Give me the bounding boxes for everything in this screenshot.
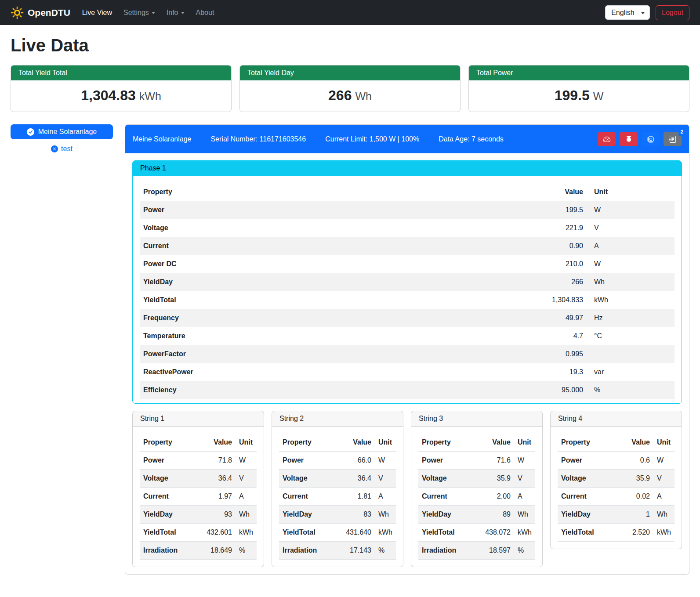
inverter-limit: Current Limit: 1,500 W | 100%: [325, 135, 419, 143]
value-cell: 36.4: [200, 470, 236, 488]
string-card: String 1 Property Value Unit Power71.8WV…: [132, 411, 264, 567]
events-button[interactable]: 2: [664, 132, 682, 146]
limit-settings-button[interactable]: [598, 132, 616, 146]
string-table-body: Power66.0WVoltage36.4VCurrent1.81AYieldD…: [279, 452, 396, 560]
table-row: Current1.97A: [140, 488, 257, 506]
column-header-value: Value: [200, 434, 236, 452]
page-container: Live Data Total Yield Total 1,304.83kWh …: [0, 25, 700, 588]
navbar: OpenDTU Live View Settings Info About En…: [0, 0, 700, 25]
inverter-data-age: Data Age: 7 seconds: [439, 135, 504, 143]
column-header-unit: Unit: [653, 434, 675, 452]
table-row: Power DC210.0W: [140, 255, 675, 273]
column-header-property: Property: [140, 183, 534, 201]
navbar-right: English Logout: [605, 5, 689, 20]
property-cell: Power: [279, 452, 340, 470]
table-row: Irradiation18.597%: [418, 542, 535, 560]
value-cell: 0.6: [618, 452, 653, 470]
power-button[interactable]: [620, 132, 638, 146]
value-cell: 2.00: [479, 488, 514, 506]
unit-cell: %: [587, 381, 675, 399]
unit-cell: W: [236, 452, 257, 470]
unit-cell: W: [375, 452, 396, 470]
inverter-header-buttons: 2: [598, 132, 682, 146]
logout-button[interactable]: Logout: [656, 5, 689, 20]
unit-cell: V: [514, 470, 535, 488]
unit-cell: kWh: [514, 524, 535, 542]
value-cell: 35.9: [618, 470, 653, 488]
value-cell: 221.9: [534, 219, 587, 237]
table-row: YieldDay83Wh: [279, 506, 396, 524]
string-card-title: String 1: [133, 411, 264, 427]
cpu-icon: [647, 136, 654, 143]
column-header-unit: Unit: [236, 434, 257, 452]
string-card-title: String 2: [272, 411, 403, 427]
card-total-yield-total: Total Yield Total 1,304.83kWh: [11, 65, 232, 112]
string-card-body: Property Value Unit Power66.0WVoltage36.…: [272, 427, 403, 567]
property-cell: Irradiation: [140, 542, 200, 560]
unit-cell: A: [587, 237, 675, 255]
nav-item-label: Live View: [82, 9, 112, 17]
string-table: Property Value Unit Power71.6WVoltage35.…: [418, 434, 535, 560]
string-card: String 4 Property Value Unit Power0.6WVo…: [550, 411, 682, 549]
property-cell: Voltage: [140, 219, 534, 237]
summary-card-header: Total Yield Day: [240, 65, 460, 80]
unit-cell: A: [236, 488, 257, 506]
unit-cell: Wh: [514, 506, 535, 524]
unit-cell: W: [587, 201, 675, 219]
unit-cell: kWh: [653, 524, 675, 542]
phase-card: Phase 1 Property Value Unit: [132, 160, 682, 404]
nav-item-about[interactable]: About: [190, 5, 220, 20]
value-cell: 438.072: [479, 524, 514, 542]
summary-card-body: 199.5W: [469, 80, 689, 112]
language-select[interactable]: English: [605, 5, 650, 20]
value-cell: 2.520: [618, 524, 653, 542]
page-title: Live Data: [11, 36, 689, 55]
column-header-property: Property: [140, 434, 200, 452]
property-cell: YieldDay: [418, 506, 479, 524]
language-select-wrap: English: [605, 5, 650, 20]
table-row: YieldTotal1,304.833kWh: [140, 291, 675, 309]
strings-grid: String 1 Property Value Unit Power71.8WV…: [132, 411, 682, 567]
property-cell: Current: [140, 237, 534, 255]
inverter-select-button[interactable]: Meine Solaranlage: [11, 124, 113, 139]
column-header-unit: Unit: [587, 183, 675, 201]
table-row: YieldDay1Wh: [558, 506, 675, 524]
property-cell: Power DC: [140, 255, 534, 273]
table-row: PowerFactor0.995: [140, 345, 675, 363]
property-cell: Irradiation: [418, 542, 479, 560]
table-row: YieldDay93Wh: [140, 506, 257, 524]
brand[interactable]: OpenDTU: [11, 6, 70, 19]
property-cell: Voltage: [558, 470, 618, 488]
device-info-button[interactable]: [642, 132, 660, 146]
unit-cell: Wh: [236, 506, 257, 524]
string-card-title: String 3: [411, 411, 542, 427]
summary-value: 1,304.83: [81, 87, 136, 103]
property-cell: YieldTotal: [279, 524, 340, 542]
unit-cell: Wh: [587, 273, 675, 291]
value-cell: 199.5: [534, 201, 587, 219]
inverter-secondary-button[interactable]: test: [48, 145, 75, 153]
sun-logo-icon: [11, 6, 24, 19]
nav-item-settings[interactable]: Settings: [118, 5, 161, 20]
nav-item-info[interactable]: Info: [161, 5, 190, 20]
table-row: Voltage35.9V: [558, 470, 675, 488]
value-cell: 36.4: [340, 470, 375, 488]
unit-cell: Wh: [653, 506, 675, 524]
unit-cell: [587, 345, 675, 363]
value-cell: 18.649: [200, 542, 236, 560]
inverter-card: Meine Solaranlage Serial Number: 1161716…: [125, 124, 689, 575]
table-header-row: Property Value Unit: [140, 183, 675, 201]
value-cell: 210.0: [534, 255, 587, 273]
property-cell: YieldDay: [279, 506, 340, 524]
value-cell: 49.97: [534, 309, 587, 327]
table-row: Voltage36.4V: [279, 470, 396, 488]
unit-cell: %: [236, 542, 257, 560]
nav-item-live-view[interactable]: Live View: [76, 5, 118, 20]
value-cell: 66.0: [340, 452, 375, 470]
property-cell: Current: [418, 488, 479, 506]
inverter-secondary-label: test: [61, 145, 73, 153]
property-cell: YieldDay: [140, 506, 200, 524]
unit-cell: V: [375, 470, 396, 488]
property-cell: Voltage: [140, 470, 200, 488]
unit-cell: kWh: [236, 524, 257, 542]
